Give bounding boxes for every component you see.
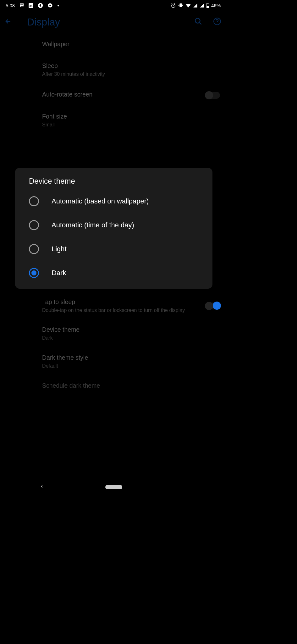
dialog-option-automatic-time[interactable]: Automatic (time of the day): [15, 213, 212, 237]
dialog-option-light[interactable]: Light: [15, 237, 212, 261]
option-label: Light: [52, 245, 67, 253]
device-theme-dialog: Device theme Automatic (based on wallpap…: [15, 168, 212, 289]
dialog-scrim[interactable]: Device theme Automatic (based on wallpap…: [0, 0, 228, 494]
nav-home-pill[interactable]: [105, 485, 122, 489]
option-label: Dark: [52, 269, 66, 277]
radio-icon: [29, 268, 39, 278]
dialog-option-dark[interactable]: Dark: [15, 261, 212, 285]
option-label: Automatic (based on wallpaper): [52, 197, 149, 205]
nav-back-icon[interactable]: [40, 484, 44, 490]
radio-icon: [29, 196, 39, 206]
dialog-title: Device theme: [15, 177, 212, 189]
nav-bar: [0, 480, 228, 494]
dialog-option-automatic-wallpaper[interactable]: Automatic (based on wallpaper): [15, 189, 212, 213]
radio-icon: [29, 220, 39, 230]
radio-icon: [29, 244, 39, 254]
option-label: Automatic (time of the day): [52, 221, 134, 229]
